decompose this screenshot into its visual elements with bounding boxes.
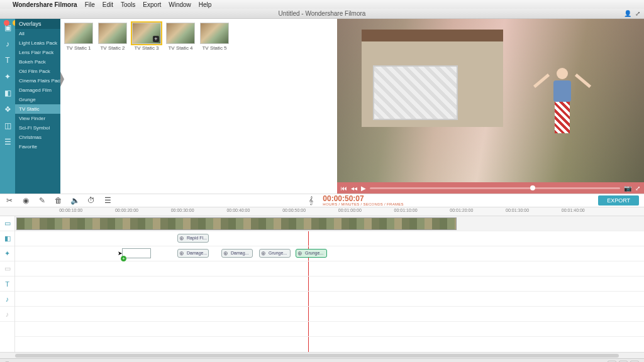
crop-icon[interactable]: ✂: [5, 196, 14, 205]
wand-icon[interactable]: ✦: [3, 72, 13, 82]
filter-track-icon[interactable]: ✦: [0, 246, 14, 261]
category-item[interactable]: Cinema Flairs Pack: [15, 76, 60, 85]
ruler-tick: 00:01:00:00: [338, 208, 362, 212]
color-icon[interactable]: ✎: [38, 196, 47, 205]
ruler-tick: 00:00:30:00: [171, 208, 194, 212]
music-icon[interactable]: ♪: [3, 39, 13, 49]
ruler-tick: 00:01:10:00: [394, 208, 418, 212]
category-item[interactable]: Lens Flair Pack: [15, 48, 60, 57]
speed-icon[interactable]: ⏱: [87, 196, 96, 205]
category-item[interactable]: Old Film Pack: [15, 67, 60, 76]
timeline-toolbar: ✂ ◉ ✎ 🗑 🔈 ⏱ ☰ 𝄞 00:00:50:07 HOURS / MINU…: [0, 194, 644, 207]
category-header: Overlays: [15, 19, 60, 29]
effect-clip[interactable]: Damag...: [221, 249, 253, 258]
elements-icon[interactable]: ❖: [3, 104, 13, 114]
asset-grid: TV Static 1TV Static 2+TV Static 3TV Sta…: [60, 19, 337, 194]
ruler-tick: 00:01:40:00: [562, 208, 585, 212]
asset-label: TV Static 4: [166, 45, 195, 51]
video-track-icon[interactable]: ▭: [0, 216, 14, 231]
asset-label: TV Static 2: [98, 45, 127, 51]
timecode-display: 00:00:50:07: [323, 195, 404, 202]
text-lane[interactable]: [15, 277, 644, 292]
asset-thumbnail[interactable]: TV Static 2: [98, 23, 127, 51]
split-icon[interactable]: ◫: [3, 121, 13, 131]
ruler-tick: 00:00:50:00: [282, 208, 306, 212]
audio-lane-2[interactable]: [15, 307, 644, 322]
preview-pane: ⏮ ◂◂ ▶ 📷 ⤢: [337, 19, 644, 194]
text-icon[interactable]: T: [3, 55, 13, 65]
category-item[interactable]: Sci-Fi Symbol: [15, 123, 60, 133]
asset-thumbnail[interactable]: +TV Static 3: [132, 23, 161, 51]
category-item[interactable]: Damaged Film: [15, 85, 60, 95]
text-track-icon[interactable]: T: [0, 277, 14, 292]
effect-clip[interactable]: Rapid Fl...: [177, 234, 209, 243]
category-item[interactable]: Christmas: [15, 133, 60, 142]
camera-icon[interactable]: ◉: [21, 196, 30, 205]
menu-tools[interactable]: Tools: [121, 1, 135, 8]
snapshot-icon[interactable]: 📷: [624, 185, 631, 192]
ruler-tick: 00:00:20:00: [115, 208, 138, 212]
asset-label: TV Static 3: [132, 45, 161, 51]
audio-track-icon[interactable]: ♪: [0, 292, 14, 307]
menu-edit[interactable]: Edit: [103, 1, 113, 8]
category-item[interactable]: TV Static: [15, 104, 60, 114]
trash-icon[interactable]: 🗑: [54, 196, 63, 205]
timeline-ruler[interactable]: 00:00:10:0000:00:20:0000:00:30:0000:00:4…: [0, 207, 644, 216]
asset-label: TV Static 5: [200, 45, 229, 51]
video-lane[interactable]: GOP86982: [15, 216, 644, 231]
effect-clip[interactable]: Grunge...: [296, 249, 327, 258]
empty-lane-2[interactable]: [15, 322, 644, 337]
export-icon[interactable]: ☰: [3, 137, 13, 147]
add-asset-icon[interactable]: +: [153, 36, 159, 42]
audio-lane-1[interactable]: [15, 292, 644, 307]
pip-track-icon[interactable]: ◧: [0, 231, 14, 246]
timeline-tracks[interactable]: GOP86982 Rapid Fl... ➤ + Damage...Damag.…: [15, 216, 644, 352]
app-name[interactable]: Wondershare Filmora: [13, 1, 77, 8]
export-button[interactable]: EXPORT: [598, 195, 639, 206]
status-bar: ⊟ TOTAL TIME: 00:01:15:19: [0, 358, 644, 362]
play-icon[interactable]: ▶: [361, 185, 366, 192]
menu-file[interactable]: File: [85, 1, 95, 8]
ruler-tick: 00:01:30:00: [506, 208, 529, 212]
preview-fullscreen-icon[interactable]: ⤢: [635, 185, 640, 192]
menu-export[interactable]: Export: [143, 1, 161, 8]
timeline-scrollbar[interactable]: [0, 352, 644, 358]
fullscreen-icon[interactable]: ⤢: [635, 9, 640, 19]
empty-lane-1[interactable]: [15, 261, 644, 277]
audio-toggle-icon[interactable]: 𝄞: [306, 196, 315, 205]
effect-clip[interactable]: Grunge...: [259, 249, 291, 258]
preview-subject: [546, 68, 579, 142]
video-clip[interactable]: [16, 217, 457, 230]
preview-frame: [337, 19, 644, 182]
audio2-track-icon[interactable]: ♪: [0, 307, 14, 322]
volume-icon[interactable]: 🔈: [70, 196, 79, 205]
empty-track-icon[interactable]: ▭: [0, 261, 14, 277]
asset-thumbnail[interactable]: TV Static 4: [166, 23, 195, 51]
ruler-tick: 00:00:40:00: [226, 208, 250, 212]
asset-thumbnail[interactable]: TV Static 5: [200, 23, 229, 51]
add-indicator-icon: +: [121, 256, 126, 261]
category-item[interactable]: Grunge: [15, 95, 60, 104]
document-title: Untitled - Wondershare Filmora: [279, 10, 366, 17]
menu-window[interactable]: Window: [169, 1, 191, 8]
category-panel: Overlays AllLight Leaks PackLens Flair P…: [15, 19, 60, 194]
category-item[interactable]: All: [15, 29, 60, 38]
timecode-sublabel: HOURS / MINUTES / SECONDS / FRAMES: [323, 202, 404, 206]
overlay-icon[interactable]: ◧: [3, 88, 13, 98]
settings-icon[interactable]: ☰: [103, 196, 112, 205]
category-item[interactable]: Light Leaks Pack: [15, 38, 60, 48]
goto-start-icon[interactable]: ⏮: [341, 185, 347, 192]
preview-scrubber[interactable]: [370, 187, 620, 189]
category-item[interactable]: Favorite: [15, 142, 60, 151]
menu-help[interactable]: Help: [199, 1, 212, 8]
close-window-button[interactable]: [4, 20, 9, 26]
category-item[interactable]: View Finder: [15, 114, 60, 123]
drag-ghost[interactable]: ➤ +: [122, 248, 151, 258]
step-back-icon[interactable]: ◂◂: [351, 185, 357, 192]
fx-lane-1[interactable]: Rapid Fl...: [15, 231, 644, 246]
asset-thumbnail[interactable]: TV Static 1: [64, 23, 93, 51]
category-item[interactable]: Bokeh Pack: [15, 57, 60, 67]
effect-clip[interactable]: Damage...: [177, 249, 209, 258]
account-icon[interactable]: 👤: [624, 9, 631, 19]
fx-lane-2[interactable]: ➤ + Damage...Damag...Grunge...Grunge...: [15, 246, 644, 261]
